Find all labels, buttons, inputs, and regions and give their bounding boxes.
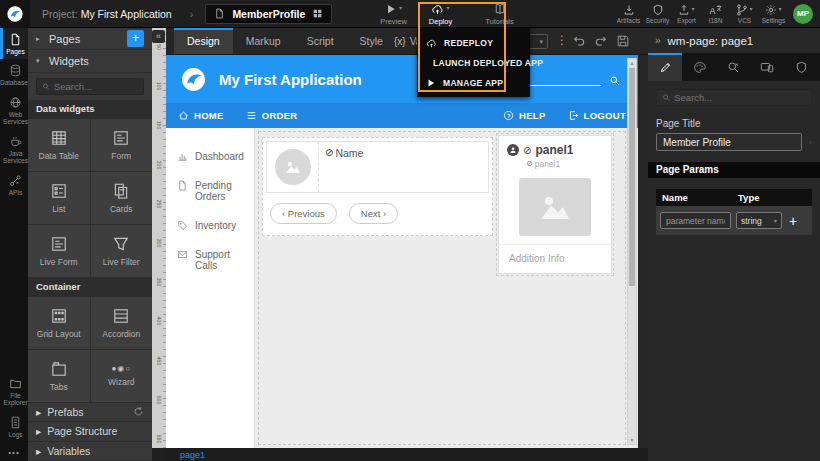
menu-item-manage-app[interactable]: MANAGE APP [417, 73, 530, 93]
deploy-button[interactable]: ▾ Deploy [417, 0, 464, 28]
page-tab-page1[interactable]: page1 [180, 450, 205, 460]
pages-accordion[interactable]: ▸ Pages + [28, 28, 152, 50]
open-page-tab[interactable]: MemberProfile [205, 4, 332, 24]
widget-live-form[interactable]: Live Form [28, 225, 90, 277]
sidenav-label: Pending Orders [195, 180, 250, 202]
app-search[interactable] [517, 73, 620, 86]
properties-search-input[interactable] [674, 92, 806, 103]
tab-script[interactable]: Script [294, 28, 347, 54]
preview-button[interactable]: ▾ Preview [370, 0, 417, 28]
tab-style[interactable]: Style [347, 28, 396, 54]
tutorials-button[interactable]: Tutorials [476, 0, 523, 28]
canvas-scrollbar[interactable]: ▲ ▼ [627, 58, 637, 445]
rail-item-web-services[interactable]: Web Services [0, 91, 28, 130]
tab-styles[interactable] [682, 53, 716, 81]
param-name-input[interactable] [660, 212, 731, 229]
list-item[interactable]: ⊘ Name [266, 141, 489, 193]
undo-button[interactable] [572, 34, 586, 48]
widget-search-input[interactable] [54, 81, 138, 92]
widget-cards[interactable]: Cards [91, 172, 153, 224]
collapse-right-panel-button[interactable]: » [655, 35, 661, 46]
widget-label: List [52, 204, 65, 214]
sidenav-support-calls[interactable]: Support Calls [166, 240, 254, 280]
widget-search [28, 73, 152, 100]
menu-item-label: LAUNCH DEPLOYED APP [433, 58, 543, 68]
table-icon [50, 129, 68, 147]
user-avatar[interactable]: MP [793, 4, 813, 24]
nav-order[interactable]: ORDER [246, 110, 298, 121]
sidenav-pending-orders[interactable]: Pending Orders [166, 171, 254, 211]
page-title-input[interactable] [656, 133, 802, 151]
coffee-icon [9, 135, 22, 148]
tab-devices[interactable] [750, 53, 784, 81]
tab-markup[interactable]: Markup [233, 28, 294, 54]
sidenav-label: Dashboard [195, 151, 244, 162]
rail-item-file-explorer[interactable]: File Explorer [0, 372, 28, 411]
panel-image-placeholder[interactable] [519, 178, 591, 236]
panel-header[interactable]: ⊘ panel1 [499, 136, 611, 158]
widget-data-table[interactable]: Data Table [28, 119, 90, 171]
security-button[interactable]: Security [643, 0, 672, 28]
project-breadcrumb[interactable]: Project: My First Application [42, 8, 172, 20]
page-structure-accordion[interactable]: ▸ Page Structure [28, 422, 152, 441]
nav-home[interactable]: HOME [178, 110, 224, 121]
variables-accordion[interactable]: ▸ Variables [28, 442, 152, 461]
list-widget[interactable]: ⊘ Name ‹ Previous Next › [262, 137, 493, 236]
widget-grid-layout[interactable]: Grid Layout [28, 297, 90, 349]
redo-button[interactable] [594, 34, 608, 48]
param-type-select[interactable]: string ▾ [736, 212, 782, 229]
previous-button[interactable]: ‹ Previous [270, 203, 337, 224]
studio-logo[interactable] [0, 0, 30, 28]
collapse-left-panel-button[interactable]: « [152, 30, 165, 43]
widget-form[interactable]: Form [91, 119, 153, 171]
list-item-name[interactable]: ⊘ Name [319, 142, 369, 192]
person-icon[interactable] [507, 144, 519, 156]
export-button[interactable]: ▾ Export [672, 0, 701, 28]
widget-list[interactable]: List [28, 172, 90, 224]
scroll-up-arrow[interactable]: ▲ [628, 60, 636, 66]
save-button[interactable] [616, 34, 630, 48]
rail-item-logs[interactable]: Logs [0, 411, 28, 442]
tab-properties[interactable] [648, 53, 682, 81]
tab-security[interactable] [784, 53, 818, 81]
rail-item-pages[interactable]: Pages [0, 28, 28, 59]
add-page-button[interactable]: + [127, 30, 144, 47]
rail-item-databases[interactable]: Databases [0, 59, 28, 90]
add-param-button[interactable]: + [789, 213, 797, 229]
widget-live-filter[interactable]: Live Filter [91, 225, 153, 277]
tab-inspect[interactable] [716, 53, 750, 81]
grid-icon[interactable] [312, 8, 323, 19]
menu-item-redeploy[interactable]: REDEPLOY [417, 33, 530, 53]
menu-item-launch-deployed-app[interactable]: LAUNCH DEPLOYED APP [417, 53, 530, 73]
panel-widget[interactable]: ⊘ panel1 ⊘ panel1 Addition Info [498, 135, 612, 274]
sidenav-dashboard[interactable]: Dashboard [166, 142, 254, 171]
sidenav-label: Inventory [195, 220, 236, 231]
scrollbar-thumb[interactable] [629, 68, 635, 286]
sidenav-inventory[interactable]: Inventory [166, 211, 254, 240]
widget-wizard[interactable]: ●◉○ Wizard [91, 350, 153, 402]
more-options-button[interactable]: ⋮ [556, 33, 568, 47]
scroll-down-arrow[interactable]: ▼ [628, 437, 636, 443]
i18n-button[interactable]: I18N [701, 0, 730, 28]
prefabs-accordion[interactable]: ▸ Prefabs [28, 403, 152, 422]
nav-help[interactable]: HELP [503, 110, 546, 121]
container-widgets-grid: Grid Layout Accordion Tabs ●◉○ Wizard [28, 296, 152, 403]
rail-item-apis[interactable]: APIs [0, 169, 28, 200]
next-button[interactable]: Next › [349, 203, 398, 224]
tab-design[interactable]: Design [174, 28, 233, 54]
nav-logout[interactable]: LOGOUT [568, 110, 626, 121]
logout-icon [568, 110, 579, 121]
params-table-row: string ▾ + [656, 206, 812, 235]
refresh-icon[interactable] [133, 406, 144, 417]
container-section-label: Container [28, 278, 152, 296]
settings-button[interactable]: ▾ Settings [759, 0, 788, 28]
rail-item-java-services[interactable]: Java Services [0, 130, 28, 169]
artifacts-button[interactable]: Artifacts [614, 0, 643, 28]
widget-accordion[interactable]: Accordion [91, 297, 153, 349]
right-panel-title: wm-page: page1 [668, 35, 754, 47]
vcs-button[interactable]: ▾ VCS [730, 0, 759, 28]
rail-overflow-button[interactable]: ••• [0, 442, 28, 461]
link-icon[interactable] [809, 136, 812, 149]
widget-tabs[interactable]: Tabs [28, 350, 90, 402]
widgets-accordion[interactable]: ▾ Widgets [28, 50, 152, 72]
